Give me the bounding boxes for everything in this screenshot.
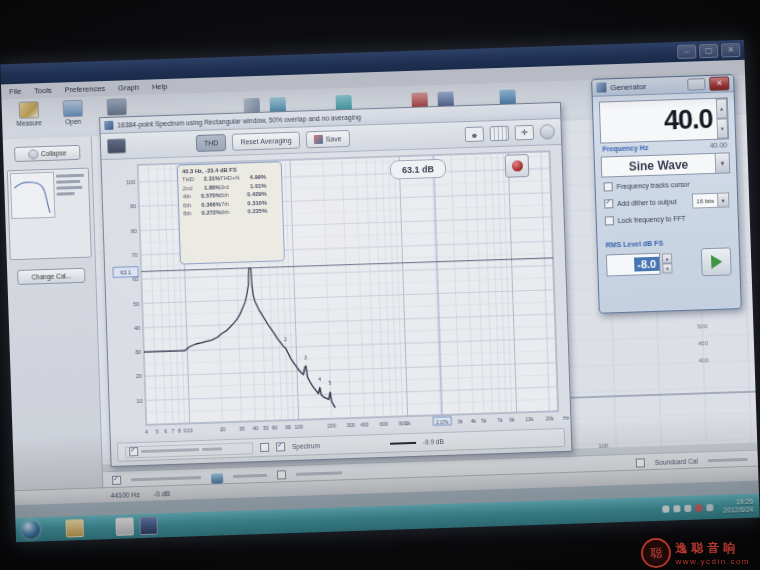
measure-label: Measure bbox=[16, 119, 42, 127]
menu-item-graph[interactable]: Graph bbox=[118, 83, 139, 93]
option-checkbox[interactable] bbox=[260, 443, 269, 452]
thd-value: 1.86% bbox=[196, 184, 220, 191]
svg-text:20: 20 bbox=[220, 426, 226, 432]
svg-text:63.1: 63.1 bbox=[120, 269, 131, 275]
open-button[interactable]: Open bbox=[56, 100, 91, 126]
rta-save-label: Save bbox=[325, 135, 341, 143]
soundcard-cal-checkbox[interactable] bbox=[636, 458, 645, 467]
menu-item-file[interactable]: File bbox=[9, 87, 21, 96]
thd-toggle-button[interactable]: THD bbox=[196, 134, 227, 152]
svg-text:4k: 4k bbox=[471, 417, 477, 423]
taskbar-explorer-icon[interactable] bbox=[65, 519, 84, 538]
measurement-thumbnail bbox=[10, 172, 56, 219]
taskbar-rew-icon[interactable] bbox=[139, 517, 158, 536]
menu-item-help[interactable]: Help bbox=[152, 82, 168, 92]
svg-text:50: 50 bbox=[263, 424, 269, 430]
menu-item-preferences[interactable]: Preferences bbox=[65, 84, 106, 94]
headroom-status: -0 dB bbox=[154, 490, 170, 498]
frequency-display: 40.0 ▲▼ bbox=[599, 97, 729, 143]
svg-text:3: 3 bbox=[304, 354, 307, 360]
tray-network-icon[interactable] bbox=[673, 505, 680, 512]
save-chart-icon bbox=[313, 135, 322, 144]
svg-text:90: 90 bbox=[130, 203, 136, 209]
measurements-panel: Collapse Change Cal... bbox=[3, 136, 104, 490]
option-checkbox[interactable] bbox=[604, 199, 613, 208]
fit-to-data-icon[interactable]: ✛ bbox=[515, 125, 534, 141]
svg-text:4: 4 bbox=[318, 376, 321, 382]
svg-text:100: 100 bbox=[295, 423, 304, 429]
clock-date: 2012/6/24 bbox=[723, 506, 754, 515]
menu-item-tools[interactable]: Tools bbox=[34, 86, 52, 96]
system-tray: 19:26 2012/6/24 bbox=[662, 497, 754, 517]
smoothing-options-group[interactable] bbox=[125, 442, 253, 458]
svg-text:450: 450 bbox=[698, 340, 709, 346]
watermark-seal-icon: 聪 bbox=[641, 538, 671, 568]
spectrum-visible-checkbox[interactable] bbox=[276, 442, 285, 451]
svg-text:7k: 7k bbox=[497, 416, 503, 422]
taskbar-clock[interactable]: 19:26 2012/6/24 bbox=[723, 497, 754, 515]
option-checkbox[interactable] bbox=[605, 216, 614, 225]
thd-value: 0.570% bbox=[197, 192, 221, 199]
frequency-stepper[interactable]: ▲▼ bbox=[716, 98, 728, 138]
rms-level-stepper[interactable]: ▲▼ bbox=[662, 253, 673, 273]
rms-level-value: -8.0 bbox=[634, 257, 659, 272]
close-button[interactable]: ✕ bbox=[721, 43, 740, 58]
generator-minimize-button[interactable] bbox=[687, 78, 705, 91]
dither-bits-select[interactable]: 16 bits▼ bbox=[692, 192, 729, 208]
svg-text:7: 7 bbox=[172, 427, 175, 433]
svg-text:2.07k: 2.07k bbox=[436, 418, 449, 424]
tray-show-hidden-icon[interactable] bbox=[662, 505, 669, 512]
freeze-checkbox[interactable] bbox=[277, 470, 286, 479]
tray-volume-icon[interactable] bbox=[684, 504, 691, 511]
thd-label: THD bbox=[182, 176, 196, 182]
start-button[interactable] bbox=[21, 520, 40, 539]
svg-text:8: 8 bbox=[178, 427, 181, 433]
thd-value: 2.31% bbox=[196, 175, 220, 182]
svg-text:1k: 1k bbox=[405, 420, 411, 426]
soundcard-cal-label: Soundcard Cal bbox=[655, 457, 698, 465]
svg-text:40: 40 bbox=[134, 325, 140, 331]
thd-value: 0.310% bbox=[241, 199, 267, 206]
grid-view-icon[interactable] bbox=[490, 126, 509, 142]
collapse-label: Collapse bbox=[41, 149, 67, 157]
svg-text:4: 4 bbox=[145, 428, 148, 434]
thd-readout-panel: 40.3 Hz, -23.4 dB FS THD2.31%THD+N4.99%2… bbox=[177, 161, 285, 264]
tray-language-icon[interactable] bbox=[706, 504, 713, 511]
svg-text:13k: 13k bbox=[525, 415, 534, 421]
input-select-icon[interactable] bbox=[107, 138, 126, 154]
generator-window: Generator ✕ 40.0 ▲▼ Frequency Hz 40.00 S… bbox=[591, 74, 742, 314]
generator-titlebar[interactable]: Generator ✕ bbox=[592, 75, 733, 97]
svg-text:40: 40 bbox=[253, 425, 259, 431]
record-button[interactable] bbox=[505, 154, 530, 178]
tray-alert-icon[interactable] bbox=[695, 504, 702, 511]
thd-label: THD+N bbox=[220, 175, 240, 182]
thd-label: 8th bbox=[183, 210, 197, 216]
option-checkbox[interactable] bbox=[604, 182, 613, 191]
generator-close-button[interactable]: ✕ bbox=[709, 76, 729, 91]
svg-text:100: 100 bbox=[126, 179, 135, 185]
generator-play-button[interactable] bbox=[701, 247, 732, 276]
svg-text:30: 30 bbox=[239, 425, 245, 431]
save-measurement-button[interactable]: Save bbox=[305, 130, 350, 148]
thd-value: 1.01% bbox=[240, 182, 266, 189]
rms-level-input[interactable]: -8.0 bbox=[606, 253, 661, 277]
frequency-label: Frequency Hz bbox=[602, 144, 648, 153]
svg-text:5: 5 bbox=[328, 380, 331, 386]
monitor-view-icon[interactable] bbox=[465, 126, 484, 142]
chevron-down-icon: ▼ bbox=[715, 153, 730, 172]
maximize-button[interactable]: ▢ bbox=[699, 44, 718, 59]
measure-button[interactable]: Measure bbox=[12, 101, 47, 127]
spectrum-plot[interactable]: 10090807060504030201063.1456789102030405… bbox=[101, 143, 570, 440]
help-icon[interactable] bbox=[540, 124, 555, 139]
legend-checkbox[interactable] bbox=[112, 475, 121, 484]
frequency-exact-value: 40.00 bbox=[710, 141, 728, 149]
minimize-button[interactable]: – bbox=[677, 44, 696, 59]
reset-averaging-button[interactable]: Reset Averaging bbox=[232, 132, 300, 151]
svg-text:80: 80 bbox=[285, 424, 291, 430]
svg-text:6: 6 bbox=[164, 428, 167, 434]
change-cal-button[interactable]: Change Cal... bbox=[17, 268, 85, 285]
svg-text:500: 500 bbox=[697, 323, 708, 329]
taskbar-app-icon[interactable] bbox=[115, 517, 134, 536]
measurement-item[interactable] bbox=[7, 168, 92, 261]
collapse-button[interactable]: Collapse bbox=[14, 145, 80, 162]
